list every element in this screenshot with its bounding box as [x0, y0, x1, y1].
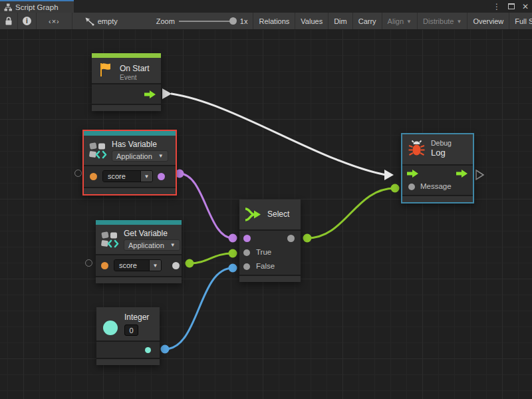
- onstart-flow-output-port[interactable]: [162, 88, 172, 99]
- wire-select-to-debuglog-message-endpoint-1[interactable]: [391, 184, 400, 193]
- chevron-down-icon: ▼: [170, 242, 176, 248]
- variable-name-dropdown[interactable]: score ▼: [102, 170, 153, 182]
- integer-type-icon: [103, 321, 118, 335]
- message-input-port[interactable]: [408, 184, 415, 190]
- true-port-label: True: [256, 248, 271, 256]
- wire-hasvariable-to-select[interactable]: [180, 174, 233, 238]
- node-has-variable[interactable]: Has Variable Application▼ score ▼: [82, 130, 177, 196]
- wire-getvariable-to-select-true-endpoint-0[interactable]: [186, 259, 194, 268]
- flow-output-arrow-icon[interactable]: [456, 169, 468, 178]
- node-title: Select: [267, 209, 289, 219]
- flow-output-arrow-icon[interactable]: [144, 90, 156, 99]
- node-title-namespace: Debug: [431, 139, 452, 147]
- relations-button[interactable]: Relations: [253, 13, 295, 29]
- node-title: On Start: [120, 64, 150, 73]
- lock-icon: [5, 17, 13, 25]
- flag-icon: [99, 63, 112, 77]
- tab-title: Script Graph: [15, 3, 59, 11]
- node-get-variable[interactable]: Get Variable Application▼ score ▼: [96, 220, 182, 283]
- select-merge-icon: [244, 207, 263, 222]
- zoom-control: Zoom 1x: [151, 13, 253, 29]
- variable-name-input-port[interactable]: [90, 173, 97, 180]
- wire-onstart-to-debuglog[interactable]: [172, 94, 386, 175]
- tab-script-graph[interactable]: Script Graph: [0, 0, 74, 13]
- full-screen-button[interactable]: Full Screen: [509, 13, 532, 29]
- variable-name-input-port[interactable]: [101, 262, 108, 269]
- node-footer: [92, 105, 161, 111]
- graph-toolbar: i ‹×› empty Zoom 1x Relations Values Dim…: [0, 13, 532, 30]
- variables-icon: [101, 231, 119, 248]
- flow-input-arrow-icon[interactable]: [407, 169, 419, 178]
- node-select[interactable]: Select True False: [239, 200, 301, 282]
- node-title: Log: [431, 148, 446, 158]
- zoom-value: 1x: [240, 17, 248, 25]
- getvariable-null-input-port[interactable]: [85, 259, 92, 267]
- align-dropdown[interactable]: Align▼: [382, 13, 418, 29]
- selection-mode-indicator[interactable]: empty: [79, 13, 123, 29]
- chevron-down-icon: ▼: [158, 153, 164, 159]
- true-input-port[interactable]: [243, 249, 250, 256]
- node-footer: [402, 196, 473, 202]
- zoom-label: Zoom: [156, 17, 175, 25]
- debuglog-flow-input-arrowhead[interactable]: [384, 170, 394, 180]
- toolbar-button-group: Relations Values Dim Carry Align▼ Distri…: [253, 13, 532, 29]
- node-debug-log[interactable]: Debug Log Message: [401, 133, 474, 203]
- window-menu-icon[interactable]: ⋮: [493, 3, 501, 11]
- variable-color-strip: [84, 131, 176, 136]
- value-output-port[interactable]: [172, 262, 180, 269]
- pointer-icon: [84, 17, 94, 26]
- node-footer: [96, 359, 160, 365]
- selection-output-port[interactable]: [287, 235, 295, 242]
- carry-button[interactable]: Carry: [353, 13, 382, 29]
- node-footer: [84, 188, 176, 194]
- wire-integer-to-select-false-endpoint-1[interactable]: [229, 264, 237, 273]
- wire-integer-to-select-false-endpoint-0[interactable]: [161, 345, 170, 354]
- false-input-port[interactable]: [243, 263, 250, 270]
- boolean-output-port[interactable]: [158, 173, 165, 180]
- values-button[interactable]: Values: [295, 13, 329, 29]
- chevron-down-icon: ▼: [406, 19, 412, 25]
- variable-scope-dropdown[interactable]: Application▼: [112, 150, 168, 162]
- debuglog-flow-output-port[interactable]: [476, 170, 483, 180]
- dim-button[interactable]: Dim: [329, 13, 353, 29]
- overview-button[interactable]: Overview: [467, 13, 509, 29]
- selection-status-label: empty: [98, 17, 118, 25]
- info-icon: i: [23, 17, 31, 25]
- variables-icon: [89, 142, 107, 159]
- node-footer: [96, 277, 182, 283]
- chevron-down-icon: ▼: [149, 260, 161, 271]
- condition-input-port[interactable]: [243, 235, 251, 242]
- angle-brackets-icon: ‹×›: [49, 17, 60, 25]
- node-footer: [239, 276, 301, 282]
- node-integer[interactable]: Integer 0: [96, 307, 160, 365]
- node-title: Has Variable: [112, 140, 157, 149]
- window-maximize-icon[interactable]: [508, 3, 515, 9]
- inspector-button[interactable]: i: [18, 13, 37, 29]
- graph-hierarchy-icon: [4, 3, 12, 11]
- variable-scope-dropdown[interactable]: Application▼: [124, 239, 180, 251]
- bug-icon: [408, 140, 425, 158]
- node-title: Integer: [124, 313, 149, 322]
- event-color-strip: [92, 53, 161, 58]
- node-title: Get Variable: [124, 229, 168, 238]
- code-preview-button[interactable]: ‹×›: [37, 13, 72, 29]
- chevron-down-icon: ▼: [456, 19, 462, 25]
- wire-getvariable-to-select-true[interactable]: [190, 253, 233, 263]
- zoom-slider-track[interactable]: [179, 21, 236, 22]
- wire-select-to-debuglog-message-endpoint-0[interactable]: [303, 234, 312, 243]
- message-port-label: Message: [420, 182, 452, 190]
- variable-name-dropdown[interactable]: score ▼: [114, 259, 162, 271]
- hasvariable-null-input-port[interactable]: [74, 170, 82, 177]
- chevron-down-icon: ▼: [140, 171, 152, 182]
- graph-canvas[interactable]: On Start Event Has Variable Application▼: [0, 30, 532, 399]
- lock-button[interactable]: [0, 13, 18, 29]
- zoom-slider-handle[interactable]: [229, 17, 237, 25]
- distribute-dropdown[interactable]: Distribute▼: [418, 13, 467, 29]
- wire-select-to-debuglog-message[interactable]: [307, 188, 395, 238]
- node-on-start[interactable]: On Start Event: [92, 53, 161, 111]
- window-close-icon[interactable]: ✕: [522, 3, 529, 11]
- integer-value-field[interactable]: 0: [124, 325, 138, 336]
- wire-getvariable-to-select-true-endpoint-1[interactable]: [229, 249, 237, 258]
- wire-hasvariable-to-select-endpoint-1[interactable]: [229, 234, 237, 243]
- integer-output-port[interactable]: [145, 347, 151, 353]
